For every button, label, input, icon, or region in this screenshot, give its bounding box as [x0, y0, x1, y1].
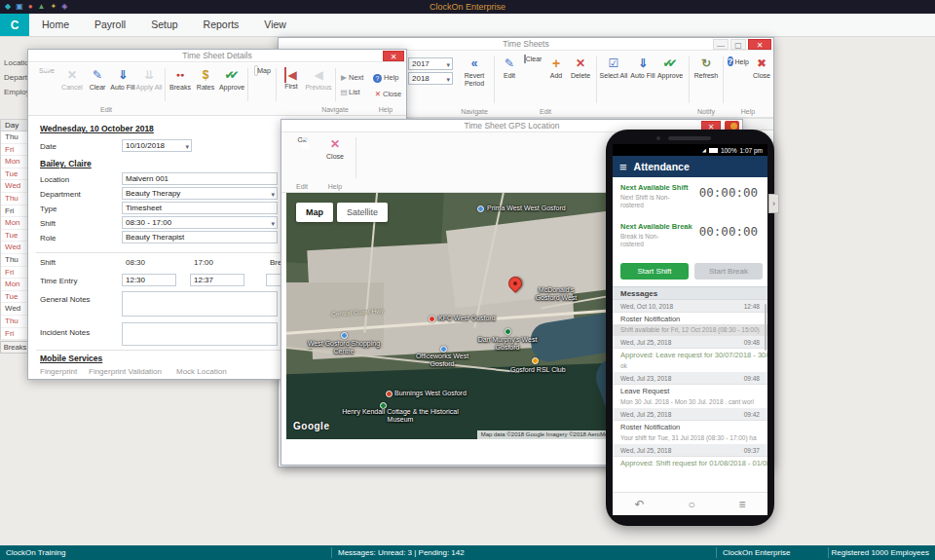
minimize-button[interactable]: —: [713, 39, 729, 50]
save-button[interactable]: Save: [34, 67, 59, 75]
message-date-row[interactable]: Wed, Jul 23, 201809:48: [613, 372, 767, 385]
satellite-view-button[interactable]: Satellite: [337, 203, 388, 222]
role-field[interactable]: Beauty Therapist: [122, 231, 278, 243]
message-date-row[interactable]: Wed, Oct 10, 201812:48: [613, 300, 767, 313]
revert-period-button[interactable]: Revert Period: [457, 56, 492, 87]
department-label: Department: [40, 190, 81, 199]
place-label[interactable]: Gosford RSL Club: [510, 366, 566, 374]
help-button[interactable]: Help: [373, 73, 399, 83]
close-button[interactable]: Close: [749, 56, 774, 80]
place-label[interactable]: Henry Kendall Cottage & the Historical M…: [337, 408, 464, 424]
place-marker[interactable]: [532, 357, 539, 364]
date-select[interactable]: 10/10/2018: [122, 139, 192, 152]
home-icon[interactable]: ○: [688, 498, 694, 511]
general-notes-field[interactable]: [122, 291, 278, 317]
list-button[interactable]: ▤List: [339, 88, 360, 96]
map-view-button[interactable]: Map: [296, 203, 333, 222]
scrollbar[interactable]: [765, 304, 767, 351]
place-label[interactable]: Bunnings West Gosford: [394, 390, 467, 397]
place-label[interactable]: Prima West West Gosford: [487, 205, 566, 212]
button-label: Refresh: [694, 72, 719, 79]
shift-select[interactable]: 08:30 - 17:00: [122, 216, 278, 229]
rates-button[interactable]: Rates: [193, 67, 218, 92]
approve-button[interactable]: Approve: [218, 67, 245, 92]
period-year-select[interactable]: 2017: [408, 57, 453, 70]
back-icon[interactable]: ↶: [634, 498, 644, 511]
recents-icon[interactable]: ≡: [739, 498, 746, 511]
place-marker[interactable]: [386, 391, 393, 397]
button-label: Edit: [504, 72, 515, 79]
start-break-button[interactable]: Start Break: [694, 263, 763, 280]
map-button[interactable]: Map: [250, 67, 276, 75]
place-marker[interactable]: [477, 205, 484, 212]
message-body[interactable]: Shift available for Fri, 12 Oct 2018 (08…: [613, 324, 767, 336]
menu-icon[interactable]: ≡: [619, 160, 627, 174]
panel-expander-button[interactable]: ›: [768, 194, 779, 213]
message-title[interactable]: Roster Notification: [613, 313, 767, 324]
place-label[interactable]: McDonald's Gosford West: [526, 286, 586, 302]
close-window-button[interactable]: ✕: [748, 39, 771, 50]
tab-setup[interactable]: Setup: [138, 14, 190, 36]
delete-button[interactable]: Delete: [567, 56, 594, 80]
department-select[interactable]: Beauty Therapy: [122, 187, 278, 200]
place-label[interactable]: West Gosford Shopping Centre: [302, 340, 386, 355]
tab-home[interactable]: Home: [29, 14, 82, 36]
location-field[interactable]: Malvern 001: [122, 172, 278, 185]
breaks-section-tab[interactable]: Breaks: [0, 341, 30, 354]
clockon-logo-button[interactable]: C: [0, 14, 29, 36]
tab-reports[interactable]: Reports: [191, 14, 252, 36]
message-title[interactable]: Roster Notification: [613, 421, 767, 432]
tab-payroll[interactable]: Payroll: [82, 14, 138, 36]
message-body[interactable]: ok: [613, 360, 767, 372]
message-date-row[interactable]: Wed, Jul 25, 201809:42: [613, 408, 767, 421]
type-field[interactable]: Timesheet: [122, 202, 278, 214]
place-label[interactable]: Officeworks West Gosford: [403, 353, 481, 368]
time-out-field[interactable]: 12:37: [190, 274, 244, 286]
clear-button[interactable]: Clear: [85, 67, 110, 92]
auto-fill-button[interactable]: Auto Fill: [630, 56, 655, 80]
clear-button[interactable]: Clear: [520, 56, 545, 63]
first-button[interactable]: First: [279, 67, 304, 91]
message-title[interactable]: Approved: Leave request for 30/07/2018 -…: [613, 349, 767, 360]
place-marker[interactable]: [341, 332, 348, 339]
message-title[interactable]: Approved: Shift request for 01/08/2018 -…: [613, 457, 767, 468]
message-body[interactable]: Mon 30 Jul. 2018 - Mon 30 Jul. 2018 . ca…: [613, 396, 767, 408]
place-marker[interactable]: [429, 316, 435, 322]
close-button[interactable]: Close: [320, 136, 350, 161]
message-date-row[interactable]: Wed, Jul 25, 201809:48: [613, 336, 767, 349]
close-button[interactable]: ✕Close: [373, 90, 401, 98]
place-label[interactable]: Dan Murphy's West Gosford: [475, 336, 540, 352]
period-year-select[interactable]: 2018: [408, 72, 453, 85]
incident-notes-field[interactable]: [122, 322, 278, 346]
place-label[interactable]: KFC West Gosford: [438, 315, 496, 322]
approve-button[interactable]: Approve: [655, 56, 685, 80]
maximize-button[interactable]: ▢: [730, 39, 746, 50]
message-title[interactable]: Leave Request: [613, 385, 767, 396]
edit-button[interactable]: Edit: [497, 56, 522, 80]
ok-button[interactable]: Ok: [287, 136, 317, 144]
message-body[interactable]: Your shift for Tue, 31 Jul 2018 (08:30 -…: [613, 432, 767, 444]
time-in-field[interactable]: 12:30: [122, 274, 176, 286]
add-button[interactable]: Add: [543, 56, 569, 80]
button-label: Rates: [197, 84, 214, 91]
auto-fill-button[interactable]: Auto Fill: [110, 67, 135, 92]
close-window-button[interactable]: ✕: [383, 51, 404, 61]
message-body[interactable]: [613, 468, 767, 480]
select-all-button[interactable]: Select All: [599, 56, 628, 80]
previous-button[interactable]: Previous: [304, 67, 333, 92]
tab-view[interactable]: View: [251, 14, 299, 36]
messages-section-header[interactable]: Messages: [613, 286, 767, 300]
place-marker[interactable]: [505, 328, 511, 335]
button-label: Clear: [90, 84, 106, 91]
refresh-button[interactable]: Refresh: [692, 56, 721, 80]
start-shift-button[interactable]: Start Shift: [620, 263, 689, 280]
group-label-edit: Edit: [516, 108, 575, 115]
help-button[interactable]: Help: [726, 56, 751, 68]
apply-all-button[interactable]: Apply All: [135, 67, 163, 92]
breaks-button[interactable]: Breaks: [168, 67, 193, 92]
cancel-button[interactable]: Cancel: [59, 67, 85, 92]
next-button[interactable]: ▶Next: [339, 73, 363, 82]
message-date-row[interactable]: Wed, Jul 25, 201809:37: [613, 444, 767, 457]
status-messages[interactable]: Messages: Unread: 3 | Pending: 142: [338, 545, 465, 560]
place-marker[interactable]: [440, 346, 447, 353]
